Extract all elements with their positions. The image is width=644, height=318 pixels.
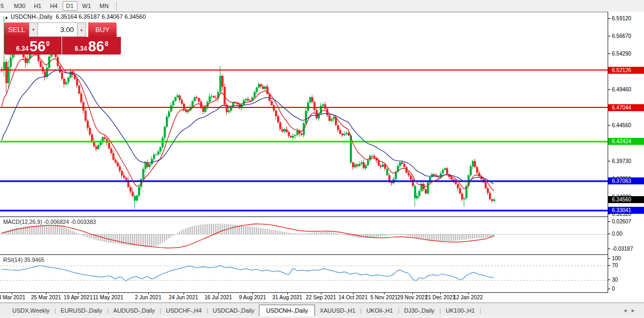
time-axis[interactable]: 3 Mar 202125 Mar 202119 Apr 202111 May 2… (0, 293, 608, 303)
volume-input[interactable]: 3.00 (38, 22, 77, 37)
chart-tab-bar: USDX,Weekly|EURUSD-,Daily|AUDUSD-,Daily|… (0, 303, 644, 316)
tab-usdx-weekly[interactable]: USDX,Weekly (7, 305, 54, 316)
date-label: 16 Jul 2021 (204, 294, 232, 300)
macd-value: -0.006824 (44, 219, 69, 225)
rsi-pane-canvas[interactable] (0, 255, 608, 292)
timeframe-button-h4[interactable]: H4 (46, 1, 61, 11)
price-level-label: 6.42424 (608, 138, 644, 145)
timeframe-button-mn[interactable]: MN (96, 1, 112, 11)
bid-pipette: 0 (46, 40, 50, 48)
tab-xauusd-h1[interactable]: XAUUSD-,H1 (315, 305, 361, 316)
price-axis-tick: 6.54290 (608, 51, 644, 57)
tab-uk100-h1[interactable]: UK100-,H1 (441, 305, 479, 316)
tab-usdcad-daily[interactable]: USDCAD-,Daily (208, 305, 259, 316)
timeframe-button-d1[interactable]: D1 (63, 1, 78, 11)
pane-separator[interactable] (0, 216, 644, 217)
macd-header: MACD(12,26,9) -0.006824 -0.003383 (3, 219, 96, 225)
chevron-down-icon: ▼ (32, 28, 35, 32)
date-label: 21 Dec 2021 (425, 294, 456, 300)
price-axis-tick: 0.02607 (608, 219, 644, 225)
date-label: 3 Mar 2021 (0, 294, 25, 300)
price-axis-tick: 0 (608, 286, 644, 292)
price-level-label: 6.37063 (608, 177, 644, 184)
tab-ukoil-h1[interactable]: UKOil-,H1 (362, 305, 398, 316)
tab-dj30-daily[interactable]: DJ30-,Daily (400, 305, 440, 316)
timeframe-button-w1[interactable]: W1 (79, 1, 95, 11)
sell-button[interactable]: SELL (4, 22, 29, 37)
rsi-value: 35.9465 (24, 257, 44, 263)
price-axis-tick: 70 (608, 262, 644, 269)
timeframe-toolbar: 5M30H1H4D1W1MN (0, 0, 644, 12)
date-label: 31 Aug 2021 (272, 294, 302, 300)
chevron-up-icon: ▲ (80, 28, 83, 32)
tab-audusd-daily[interactable]: AUDUSD-,Daily (109, 305, 160, 316)
ohlc-quote-label: 6.35164 6.35187 6.34067 6.34560 (56, 13, 145, 20)
price-axis-tick: -0.03187 (608, 246, 644, 252)
price-axis-tick: 6.59120 (608, 15, 644, 22)
date-label: 12 Jan 2022 (453, 294, 482, 300)
ask-pipette: 8 (105, 40, 109, 48)
price-axis-tick: 6.56670 (608, 33, 644, 40)
price-axis-tick: 0.00 (608, 231, 644, 237)
macd-signal-value: -0.003383 (71, 219, 96, 225)
pane-separator[interactable] (0, 254, 644, 255)
price-axis-tick: 6.39730 (608, 158, 644, 165)
buy-button[interactable]: BUY (88, 22, 117, 37)
price-level-label: 6.33041 (608, 207, 644, 214)
bid-price-display[interactable]: 6.34 56 0 (4, 37, 62, 55)
bid-prefix: 6.34 (16, 45, 28, 52)
date-label: 9 Aug 2021 (239, 294, 266, 300)
macd-label: MACD(12,26,9) (3, 219, 42, 225)
timeframe-button-h1[interactable]: H1 (30, 1, 45, 11)
date-label: 19 Apr 2021 (64, 294, 93, 300)
date-label: 2 Jun 2021 (135, 294, 162, 300)
bid-big-digits: 56 (29, 40, 45, 54)
ask-price-display[interactable]: 6.34 86 8 (62, 37, 121, 55)
price-axis[interactable]: 6.591206.566706.542906.518406.494606.470… (608, 12, 644, 293)
date-label: 11 May 2021 (93, 294, 123, 300)
price-level-label: 6.52126 (608, 67, 644, 74)
price-axis-tick: 6.44560 (608, 122, 644, 129)
tab-separator: | (480, 307, 481, 316)
tab-usdcnh-daily[interactable]: USDCNH-,Daily (259, 305, 315, 316)
symbol-period-label: USDCNH-,Daily (11, 13, 52, 20)
ask-big-digits: 86 (88, 40, 104, 54)
one-click-trading-panel: SELL ▼ 3.00 ▲ BUY 6.34 56 0 6.34 86 8 (4, 22, 121, 55)
date-label: 24 Jun 2021 (168, 294, 198, 300)
price-level-label: 6.47044 (608, 104, 644, 111)
price-level-label: 6.34560 (608, 196, 644, 203)
timeframe-button-5[interactable]: 5 (0, 1, 9, 11)
rsi-header: RSI(14) 35.9465 (3, 257, 44, 263)
price-axis-tick: 100 (608, 255, 644, 262)
date-label: 29 Nov 2021 (397, 294, 428, 300)
volume-increase-button[interactable]: ▲ (77, 22, 86, 37)
price-axis-tick: 30 (608, 277, 644, 283)
tab-usdchf-h4[interactable]: USDCHF-,H4 (161, 305, 206, 316)
date-label: 14 Oct 2021 (339, 294, 367, 300)
timeframe-button-m30[interactable]: M30 (10, 1, 29, 11)
date-label: 5 Nov 2021 (370, 294, 397, 300)
date-label: 22 Sep 2021 (306, 294, 336, 300)
toolbar-separator (116, 2, 117, 10)
mt4-window: { "toolbar": {"buttons": ["5", "M30", "H… (0, 0, 644, 318)
tab-eurusd-daily[interactable]: EURUSD-,Daily (56, 305, 107, 316)
tab-scroll-arrows[interactable]: ◄► (623, 308, 639, 313)
rsi-label: RSI(14) (3, 257, 22, 263)
chart-title: ▲USDCNH-,Daily 6.35164 6.35187 6.34067 6… (4, 13, 146, 20)
collapse-icon[interactable]: ▲ (4, 15, 9, 20)
date-label: 25 Mar 2021 (31, 294, 61, 300)
price-axis-tick: 6.49460 (608, 87, 644, 93)
volume-decrease-button[interactable]: ▼ (29, 22, 38, 37)
ask-prefix: 6.34 (74, 45, 87, 52)
